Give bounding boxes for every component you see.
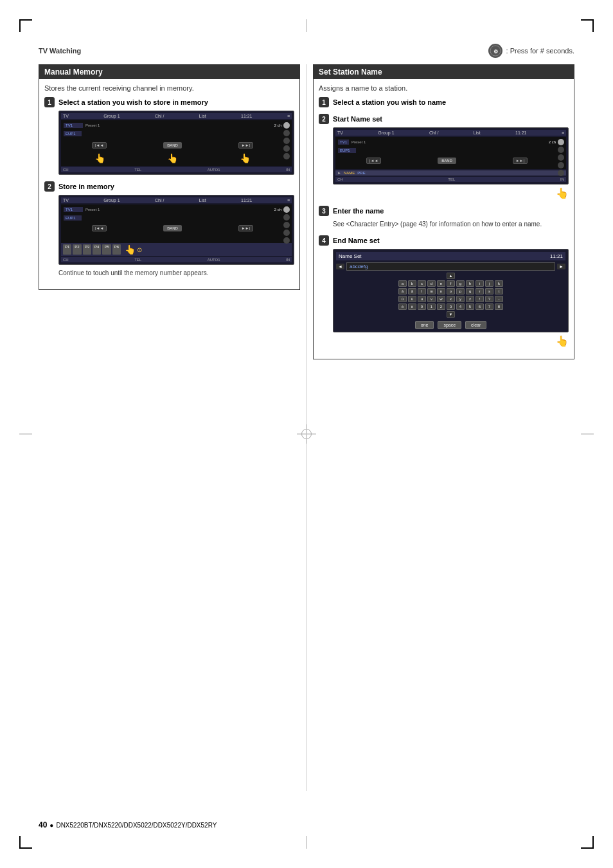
kb-key-q2[interactable]: ?	[485, 296, 493, 302]
kb-key-x[interactable]: x	[447, 296, 455, 302]
tv-preset-info-1: Preset 1	[85, 123, 100, 127]
name-set-nav-right[interactable]: ►	[557, 264, 565, 269]
tv-top-row-1: TV1 Preset 1 2 ch	[64, 123, 281, 128]
kb-key-e[interactable]: e	[437, 280, 445, 287]
tv-time-2: 11:21	[241, 198, 253, 203]
name-set-space-btn[interactable]: space	[438, 321, 461, 329]
kb-key-0[interactable]: 0	[418, 303, 426, 310]
kb-key-exc[interactable]: !	[475, 296, 484, 302]
tv-p2[interactable]: P2	[73, 244, 81, 255]
tv-eup-bar-2: EUP1	[64, 215, 82, 221]
tv-icon-1e	[283, 153, 290, 159]
tv-n1-prev[interactable]: |◄◄	[366, 158, 381, 164]
name-set-title: Name Set	[339, 253, 362, 259]
step-2-text: Store in memory	[58, 183, 114, 190]
name-set-nav-left[interactable]: ◄	[336, 264, 344, 269]
kb-key-sp4[interactable]: ü	[408, 296, 416, 302]
tv-ch-info-1: 2 ch	[274, 123, 281, 127]
kb-key-2[interactable]: 2	[437, 303, 445, 310]
kb-key-o[interactable]: o	[447, 288, 455, 294]
kb-key-1[interactable]: 1	[427, 303, 436, 310]
kb-key-d[interactable]: d	[427, 280, 436, 287]
tv-auto1-2: AUTO1	[208, 258, 220, 262]
kb-key-f[interactable]: f	[447, 280, 455, 287]
kb-key-sp5[interactable]: ó	[398, 303, 407, 310]
kb-key-sp2[interactable]: â	[408, 288, 416, 294]
tv-label-1: TV	[63, 114, 69, 118]
name-set-input-field[interactable]: abcdefg	[346, 262, 555, 271]
step-2-memory: 2 Store in memory TV Group 1 Chl / List …	[44, 181, 294, 278]
kb-key-w[interactable]: w	[437, 296, 445, 302]
kb-key-v[interactable]: v	[427, 296, 436, 302]
kb-key-4[interactable]: 4	[456, 303, 465, 310]
step-3-name-number: 3	[319, 206, 329, 216]
step-3-desc: See <Character Entry> (page 43) for info…	[333, 220, 569, 229]
tv-prev-btn-2[interactable]: |◄◄	[92, 225, 107, 231]
kb-key-n[interactable]: n	[437, 288, 445, 294]
kb-key-h[interactable]: h	[466, 280, 474, 287]
hand-icon-name: 👆	[556, 188, 569, 199]
kb-key-7[interactable]: 7	[485, 303, 493, 310]
tv-prev-btn-1[interactable]: |◄◄	[92, 142, 107, 149]
kb-key-3[interactable]: 3	[447, 303, 455, 310]
step-1-number: 1	[44, 97, 55, 107]
tv-band-btn-1[interactable]: BAND	[163, 142, 182, 149]
tv-next-btn-1[interactable]: ►►|	[238, 142, 253, 149]
kb-key-8[interactable]: 8	[495, 303, 503, 310]
step-4-name: 4 End Name set Name Set 11:21 ◄	[319, 235, 569, 347]
kb-key-dash[interactable]: -	[495, 296, 503, 302]
name-set-title-bar: Name Set 11:21	[336, 252, 565, 260]
kb-key-s[interactable]: s	[485, 288, 493, 294]
kb-key-b[interactable]: b	[408, 280, 416, 287]
kb-key-m[interactable]: m	[427, 288, 436, 294]
tv-p4[interactable]: P4	[93, 244, 101, 255]
tv-pre-btn[interactable]: PRE	[357, 171, 365, 175]
kb-key-g[interactable]: g	[456, 280, 465, 287]
kb-key-p[interactable]: p	[456, 288, 465, 294]
tv-n1-top-row: TV1 Preset 1 2 ch	[338, 140, 556, 145]
step-2-name-content: TV Group 1 Chl / List 11:21 ≡ TV1 Pre	[319, 127, 569, 199]
kb-key-a[interactable]: a	[398, 280, 407, 287]
tv-n1-icon-b	[558, 147, 564, 153]
tv-p5[interactable]: P5	[102, 244, 111, 255]
tv-p1[interactable]: P1	[63, 244, 71, 255]
kb-key-y[interactable]: y	[456, 296, 465, 302]
kb-up-btn[interactable]: ▲	[447, 273, 456, 279]
tv-n1-list: List	[474, 131, 481, 135]
manual-memory-body: Stores the current receiving channel in …	[39, 79, 299, 289]
name-set-one-btn[interactable]: one	[415, 321, 434, 329]
tv-ch-label-2: CH	[63, 258, 69, 262]
tv-chl-1: Chl /	[155, 114, 164, 118]
kb-key-t[interactable]: t	[495, 288, 503, 294]
kb-key-z[interactable]: z	[466, 296, 474, 302]
kb-key-l[interactable]: l	[418, 288, 426, 294]
tv-n1-band[interactable]: BAND	[438, 158, 456, 164]
kb-key-6[interactable]: 6	[475, 303, 484, 310]
tv-p6[interactable]: P6	[112, 244, 121, 255]
kb-key-k[interactable]: k	[495, 280, 503, 287]
footer-left: 40 ● DNX5220BT/DNX5220/DDX5022/DDX5022Y/…	[39, 820, 217, 829]
tv-top-row-2: TV1 Preset 1 2 ch	[64, 207, 281, 212]
kb-key-r[interactable]: r	[475, 288, 484, 294]
kb-key-u[interactable]: u	[418, 296, 426, 302]
tv-icon-1c	[283, 138, 290, 144]
kb-key-c[interactable]: c	[418, 280, 426, 287]
set-station-name-body: Assigns a name to a station. 1 Select a …	[314, 79, 574, 359]
kb-key-q[interactable]: q	[466, 288, 474, 294]
tv-name-btn[interactable]: NAME	[344, 171, 355, 175]
kb-down-btn[interactable]: ▼	[447, 311, 456, 318]
tv-icon-1d	[283, 145, 290, 152]
kb-key-sp1[interactable]: á	[398, 288, 407, 294]
tv-n1-next[interactable]: ►►|	[513, 158, 528, 164]
tv-n1-icon-d	[558, 162, 564, 168]
name-set-clear-btn[interactable]: clear	[465, 321, 486, 329]
kb-key-sp3[interactable]: ú	[398, 296, 407, 302]
tv-next-btn-2[interactable]: ►►|	[238, 225, 253, 231]
tv-p3[interactable]: P3	[83, 244, 91, 255]
kb-key-i[interactable]: i	[475, 280, 484, 287]
tv-group-2: Group 1	[103, 198, 120, 203]
kb-key-sp6[interactable]: ö	[408, 303, 416, 310]
kb-key-5[interactable]: 5	[466, 303, 474, 310]
kb-key-j[interactable]: j	[485, 280, 493, 287]
tv-band-btn-2[interactable]: BAND	[163, 225, 182, 231]
